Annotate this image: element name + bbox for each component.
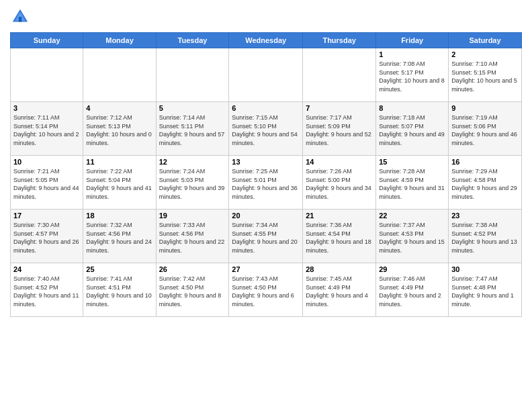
calendar-cell: 27Sunrise: 7:43 AM Sunset: 4:50 PM Dayli… (229, 263, 303, 317)
calendar-cell: 5Sunrise: 7:14 AM Sunset: 5:11 PM Daylig… (156, 102, 229, 156)
day-number: 23 (451, 212, 519, 220)
day-info: Sunrise: 7:10 AM Sunset: 5:15 PM Dayligh… (451, 60, 519, 93)
calendar-cell: 30Sunrise: 7:47 AM Sunset: 4:48 PM Dayli… (449, 263, 522, 317)
day-number: 11 (86, 158, 152, 166)
page: SundayMondayTuesdayWednesdayThursdayFrid… (0, 0, 532, 411)
day-info: Sunrise: 7:14 AM Sunset: 5:11 PM Dayligh… (159, 113, 226, 147)
day-number: 2 (451, 50, 519, 58)
calendar-week-1: 1Sunrise: 7:08 AM Sunset: 5:17 PM Daylig… (11, 48, 522, 102)
day-number: 22 (379, 212, 445, 220)
calendar-cell (156, 48, 229, 102)
day-info: Sunrise: 7:24 AM Sunset: 5:03 PM Dayligh… (159, 167, 226, 201)
calendar-cell: 26Sunrise: 7:42 AM Sunset: 4:50 PM Dayli… (156, 263, 229, 317)
day-number: 10 (13, 158, 80, 166)
day-info: Sunrise: 7:08 AM Sunset: 5:17 PM Dayligh… (379, 60, 445, 93)
day-number: 26 (159, 265, 226, 273)
day-info: Sunrise: 7:33 AM Sunset: 4:56 PM Dayligh… (159, 221, 226, 255)
day-number: 29 (379, 265, 445, 273)
day-number: 1 (379, 50, 445, 58)
day-info: Sunrise: 7:37 AM Sunset: 4:53 PM Dayligh… (379, 221, 445, 255)
logo-icon (10, 7, 30, 27)
calendar-cell: 29Sunrise: 7:46 AM Sunset: 4:49 PM Dayli… (376, 263, 449, 317)
calendar-cell: 12Sunrise: 7:24 AM Sunset: 5:03 PM Dayli… (156, 156, 229, 210)
calendar-cell: 18Sunrise: 7:32 AM Sunset: 4:56 PM Dayli… (83, 210, 156, 263)
calendar-header-wednesday: Wednesday (229, 33, 303, 48)
day-info: Sunrise: 7:30 AM Sunset: 4:57 PM Dayligh… (13, 221, 80, 255)
calendar-cell: 20Sunrise: 7:34 AM Sunset: 4:55 PM Dayli… (229, 210, 303, 263)
calendar: SundayMondayTuesdayWednesdayThursdayFrid… (10, 32, 522, 317)
day-number: 13 (232, 158, 300, 166)
calendar-cell: 13Sunrise: 7:25 AM Sunset: 5:01 PM Dayli… (229, 156, 303, 210)
calendar-header-tuesday: Tuesday (156, 33, 229, 48)
calendar-week-3: 10Sunrise: 7:21 AM Sunset: 5:05 PM Dayli… (11, 156, 522, 210)
day-info: Sunrise: 7:22 AM Sunset: 5:04 PM Dayligh… (86, 167, 152, 201)
day-number: 27 (232, 265, 300, 273)
calendar-cell: 7Sunrise: 7:17 AM Sunset: 5:09 PM Daylig… (303, 102, 376, 156)
day-number: 19 (159, 212, 226, 220)
day-number: 8 (379, 104, 445, 112)
day-number: 9 (451, 104, 519, 112)
calendar-cell: 10Sunrise: 7:21 AM Sunset: 5:05 PM Dayli… (11, 156, 83, 210)
calendar-header-row: SundayMondayTuesdayWednesdayThursdayFrid… (11, 33, 522, 48)
day-info: Sunrise: 7:40 AM Sunset: 4:52 PM Dayligh… (13, 275, 80, 308)
day-number: 7 (306, 104, 373, 112)
day-number: 25 (86, 265, 152, 273)
day-info: Sunrise: 7:28 AM Sunset: 4:59 PM Dayligh… (379, 167, 445, 201)
day-info: Sunrise: 7:26 AM Sunset: 5:00 PM Dayligh… (306, 167, 373, 201)
calendar-cell: 24Sunrise: 7:40 AM Sunset: 4:52 PM Dayli… (11, 263, 83, 317)
calendar-cell: 19Sunrise: 7:33 AM Sunset: 4:56 PM Dayli… (156, 210, 229, 263)
day-info: Sunrise: 7:11 AM Sunset: 5:14 PM Dayligh… (13, 113, 80, 147)
day-info: Sunrise: 7:19 AM Sunset: 5:06 PM Dayligh… (451, 113, 519, 147)
calendar-header-sunday: Sunday (11, 33, 83, 48)
logo (10, 7, 33, 27)
day-info: Sunrise: 7:21 AM Sunset: 5:05 PM Dayligh… (13, 167, 80, 201)
day-number: 14 (306, 158, 373, 166)
calendar-header-saturday: Saturday (449, 33, 522, 48)
day-info: Sunrise: 7:34 AM Sunset: 4:55 PM Dayligh… (232, 221, 300, 255)
calendar-cell (11, 48, 83, 102)
calendar-cell: 17Sunrise: 7:30 AM Sunset: 4:57 PM Dayli… (11, 210, 83, 263)
day-info: Sunrise: 7:42 AM Sunset: 4:50 PM Dayligh… (159, 275, 226, 308)
calendar-week-2: 3Sunrise: 7:11 AM Sunset: 5:14 PM Daylig… (11, 102, 522, 156)
day-info: Sunrise: 7:45 AM Sunset: 4:49 PM Dayligh… (306, 275, 373, 308)
calendar-cell: 21Sunrise: 7:36 AM Sunset: 4:54 PM Dayli… (303, 210, 376, 263)
calendar-cell: 14Sunrise: 7:26 AM Sunset: 5:00 PM Dayli… (303, 156, 376, 210)
day-number: 20 (232, 212, 300, 220)
day-info: Sunrise: 7:41 AM Sunset: 4:51 PM Dayligh… (86, 275, 152, 308)
calendar-week-5: 24Sunrise: 7:40 AM Sunset: 4:52 PM Dayli… (11, 263, 522, 317)
day-number: 24 (13, 265, 80, 273)
calendar-cell (229, 48, 303, 102)
calendar-header-thursday: Thursday (303, 33, 376, 48)
day-number: 30 (451, 265, 519, 273)
day-number: 17 (13, 212, 80, 220)
calendar-header-monday: Monday (83, 33, 156, 48)
calendar-cell: 11Sunrise: 7:22 AM Sunset: 5:04 PM Dayli… (83, 156, 156, 210)
calendar-week-4: 17Sunrise: 7:30 AM Sunset: 4:57 PM Dayli… (11, 210, 522, 263)
day-number: 18 (86, 212, 152, 220)
day-info: Sunrise: 7:47 AM Sunset: 4:48 PM Dayligh… (451, 275, 519, 308)
calendar-cell: 8Sunrise: 7:18 AM Sunset: 5:07 PM Daylig… (376, 102, 449, 156)
svg-rect-2 (19, 17, 22, 22)
day-number: 5 (159, 104, 226, 112)
day-number: 16 (451, 158, 519, 166)
day-number: 3 (13, 104, 80, 112)
day-info: Sunrise: 7:15 AM Sunset: 5:10 PM Dayligh… (232, 113, 300, 147)
day-info: Sunrise: 7:29 AM Sunset: 4:58 PM Dayligh… (451, 167, 519, 201)
calendar-cell: 6Sunrise: 7:15 AM Sunset: 5:10 PM Daylig… (229, 102, 303, 156)
calendar-cell: 28Sunrise: 7:45 AM Sunset: 4:49 PM Dayli… (303, 263, 376, 317)
day-number: 6 (232, 104, 300, 112)
header (10, 7, 522, 27)
calendar-cell: 15Sunrise: 7:28 AM Sunset: 4:59 PM Dayli… (376, 156, 449, 210)
calendar-cell: 22Sunrise: 7:37 AM Sunset: 4:53 PM Dayli… (376, 210, 449, 263)
calendar-cell: 1Sunrise: 7:08 AM Sunset: 5:17 PM Daylig… (376, 48, 449, 102)
calendar-cell: 3Sunrise: 7:11 AM Sunset: 5:14 PM Daylig… (11, 102, 83, 156)
day-number: 21 (306, 212, 373, 220)
day-number: 4 (86, 104, 152, 112)
day-info: Sunrise: 7:36 AM Sunset: 4:54 PM Dayligh… (306, 221, 373, 255)
day-number: 15 (379, 158, 445, 166)
calendar-cell: 16Sunrise: 7:29 AM Sunset: 4:58 PM Dayli… (449, 156, 522, 210)
calendar-cell: 4Sunrise: 7:12 AM Sunset: 5:13 PM Daylig… (83, 102, 156, 156)
calendar-cell: 2Sunrise: 7:10 AM Sunset: 5:15 PM Daylig… (449, 48, 522, 102)
calendar-cell: 25Sunrise: 7:41 AM Sunset: 4:51 PM Dayli… (83, 263, 156, 317)
calendar-cell (303, 48, 376, 102)
